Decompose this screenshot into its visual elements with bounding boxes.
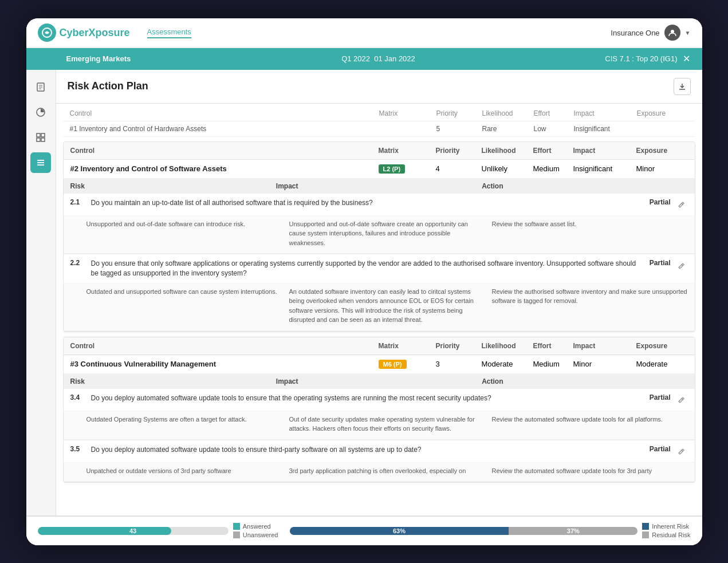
risk-legend: Inherent Risk Residual Risk [642,523,690,538]
unanswered-label: Unanswered [243,531,278,538]
svg-line-17 [682,399,683,400]
risk-question-2-2: 2.2 Do you ensure that only software app… [64,254,695,284]
control-2-header-labels: Control Matrix Priority Likelihood Effor… [64,142,695,160]
svg-line-16 [682,265,683,266]
download-button[interactable] [674,78,691,95]
c2-col-effort: Effort [533,147,573,155]
risk-question-3-5: 3.5 Do you deploy automated software upd… [64,440,695,463]
svg-rect-10 [41,138,45,141]
user-avatar[interactable] [664,25,680,41]
risk-status-2-2: Partial [650,259,671,267]
control-2-impact: Insignificant [573,164,636,173]
risk-progress-section: 63% 37% Inherent Risk Residual Risk [290,523,691,538]
nav-right: Insurance One ▼ [611,25,690,41]
risk-detail-risk-2-1: Unsupported and out-of-date software can… [86,219,282,248]
answered-count: 43 [38,527,229,535]
risk-detail-2-1: Unsupported and out-of-date software can… [64,216,695,254]
edit-button-3-4[interactable] [675,393,688,406]
risk-table-2-header: Risk Impact Action [64,179,695,194]
control-1-data: #1 Inventory and Control of Hardware Ass… [63,121,695,137]
control-3-likelihood: Moderate [482,360,533,368]
inherent-risk-legend: Inherent Risk [642,523,690,530]
col-control-label: Control [70,109,379,117]
c2-col-control: Control [70,147,379,155]
risk-detail-risk-3-5: Unpatched or outdate versions of 3rd par… [86,466,282,476]
svg-line-15 [682,203,683,204]
control-1-header: Control Matrix Priority Likelihood Effor… [63,106,695,121]
sub-header-title: Emerging Markets [66,54,274,63]
svg-rect-7 [37,133,40,137]
sidebar-item-document[interactable] [30,77,51,97]
c3-col-effort: Effort [533,342,573,350]
sub-header-period: Q1 2022 01 Jan 2022 [274,54,482,63]
company-name: Insurance One [611,29,659,37]
c3-col-control: Control [70,342,379,350]
risk-num-3-5: 3.5 [70,445,86,453]
control-3-exposure: Moderate [636,360,688,368]
user-dropdown-arrow[interactable]: ▼ [685,30,691,36]
risk-question-2-1: 2.1 Do you maintain an up-to-date list o… [64,194,695,216]
inherent-risk-label: Inherent Risk [652,523,689,530]
svg-rect-9 [37,138,40,141]
control-3-section: Control Matrix Priority Likelihood Effor… [63,337,695,483]
svg-rect-8 [41,133,45,137]
control-3-impact: Minor [573,360,636,368]
risk-status-3-4: Partial [650,393,671,401]
svg-point-1 [671,30,674,33]
edit-button-2-1[interactable] [675,198,688,211]
residual-risk-swatch [642,531,649,538]
risk-detail-2-2: Outdated and unsupported software can ca… [64,284,695,331]
col-matrix-label: Matrix [379,109,436,117]
c2-col-likelihood: Likelihood [482,147,533,155]
sidebar-item-list[interactable] [30,152,51,173]
inherent-risk-swatch [642,523,649,530]
control-2-likelihood: Unlikely [482,164,533,173]
risk3-col-action: Action [482,377,687,385]
risk-detail-impact-2-1: Unsupported and out-of-date software cre… [289,219,485,248]
main-layout: Risk Action Plan Control Matrix Priority… [26,70,702,515]
assessments-nav-link[interactable]: Assessments [147,27,191,38]
answered-progress-wrap: 43 [38,527,229,535]
c2-col-priority: Priority [436,147,482,155]
risk-detail-risk-3-4: Outdated Operating Systems are often a t… [86,415,282,434]
sub-header-right: CIS 7.1 : Top 20 (IG1) ✕ [482,53,690,64]
c3-col-exposure: Exposure [636,342,688,350]
control-3-matrix-badge: M6 (P) [379,360,436,369]
close-icon[interactable]: ✕ [683,53,690,64]
risk-row-2-1: 2.1 Do you maintain an up-to-date list o… [64,194,695,255]
risk-detail-action-3-4: Review the automated software update too… [492,415,688,434]
sidebar-item-grid[interactable] [30,127,51,148]
control-1-name: #1 Inventory and Control of Hardware Ass… [70,125,379,133]
risk-question-3-4: 3.4 Do you deploy automated software upd… [64,389,695,411]
page-header: Risk Action Plan [56,70,702,104]
unanswered-color-swatch [233,531,240,538]
control-2-effort: Medium [533,164,573,173]
unanswered-legend-item: Unanswered [233,531,278,538]
top-navigation: CyberXposure Assessments Insurance One ▼ [26,18,702,48]
risk-num-2-2: 2.2 [70,259,86,267]
sidebar-item-chart[interactable] [30,102,51,123]
edit-button-3-5[interactable] [675,445,688,458]
inherent-risk-pct: 63% [393,527,406,534]
col-effort-label: Effort [534,109,574,117]
control-1-effort: Low [534,125,574,133]
risk-col-risk: Risk [70,182,276,190]
residual-risk-legend: Residual Risk [642,531,690,538]
col-likelihood-label: Likelihood [482,109,534,117]
risk-detail-risk-2-2: Outdated and unsupported software can ca… [86,287,282,325]
risk-num-2-1: 2.1 [70,198,86,206]
answered-legend: Answered Unanswered [233,523,278,538]
c3-col-likelihood: Likelihood [482,342,533,350]
control-3-header-labels: Control Matrix Priority Likelihood Effor… [64,337,695,355]
risk-detail-impact-3-5: 3rd party application patching is often … [289,466,485,476]
c3-col-impact: Impact [573,342,636,350]
risk-question-text-2-2: Do you ensure that only software applica… [91,259,645,278]
risk-col-impact: Impact [276,182,482,190]
edit-button-2-2[interactable] [675,259,688,271]
risk-num-3-4: 3.4 [70,393,86,401]
control-2-exposure: Minor [636,164,688,173]
risk-status-2-1: Partial [650,198,671,206]
control-2-section: Control Matrix Priority Likelihood Effor… [63,141,695,332]
risk-detail-3-5: Unpatched or outdate versions of 3rd par… [64,463,695,482]
control-3-data-row: #3 Continuous Vulnerability Management M… [64,355,695,374]
